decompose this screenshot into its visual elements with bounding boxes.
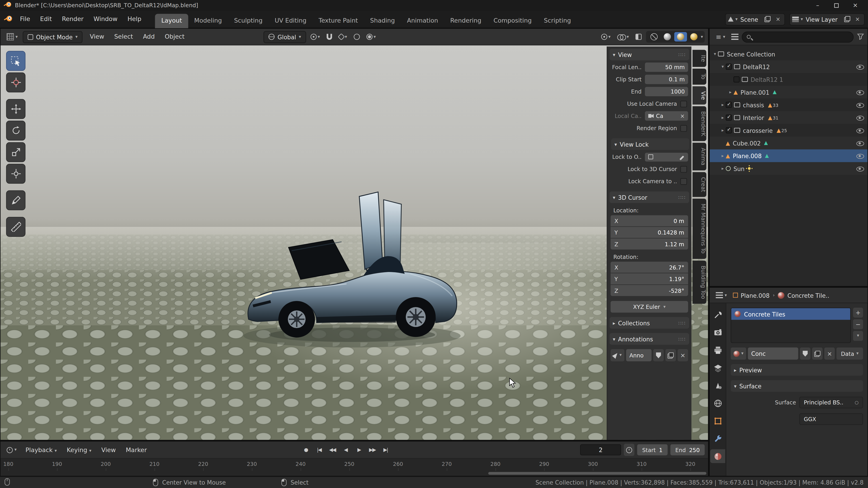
auto-keying-button[interactable] [624, 444, 634, 456]
timeline-scrollbar[interactable] [488, 472, 706, 475]
next-keyframe-button[interactable]: ▶▶ [366, 445, 379, 455]
outliner-row-carosserie[interactable]: ▸carosserie▲25 [710, 124, 868, 137]
timeline-menu-view[interactable]: View [96, 444, 121, 455]
visibility-eye-icon[interactable] [857, 89, 864, 96]
workspace-tab-shading[interactable]: Shading [364, 13, 401, 28]
scale-tool[interactable] [6, 142, 26, 162]
collection-checkbox[interactable] [726, 127, 732, 133]
rotation-mode-dropdown[interactable]: XYZ Euler▾ [611, 301, 688, 313]
disclosure-icon[interactable]: ▸ [720, 115, 726, 120]
panel-header-3d-cursor[interactable]: ▾3D Cursor∷∷ [610, 191, 689, 203]
move-tool[interactable] [6, 99, 26, 119]
menu-help[interactable]: Help [123, 13, 146, 25]
collection-checkbox[interactable] [726, 115, 732, 121]
snap-settings-dropdown[interactable]: ▾ [337, 33, 349, 41]
menu-window[interactable]: Window [89, 13, 123, 25]
workspace-tab-layout[interactable]: Layout [155, 13, 188, 28]
viewport-menu-object[interactable]: Object [160, 31, 190, 42]
scene-selector[interactable]: ▾ Scene × [725, 13, 785, 25]
visibility-eye-icon[interactable] [857, 127, 864, 134]
lock-3d-cursor-checkbox[interactable] [680, 166, 687, 172]
cursor-tool[interactable] [6, 72, 26, 92]
outliner-row-sun[interactable]: ▸Sun [710, 162, 868, 175]
drag-grip-icon[interactable]: ∷∷ [678, 52, 686, 57]
select-box-tool[interactable] [6, 51, 26, 71]
workspace-tab-uv-editing[interactable]: UV Editing [269, 13, 312, 28]
annotate-tool[interactable] [6, 190, 26, 210]
viewport-menu-add[interactable]: Add [138, 31, 160, 42]
visibility-eye-icon[interactable] [857, 165, 864, 172]
material-name-field[interactable]: Conc [748, 348, 798, 360]
rotate-tool[interactable] [6, 121, 26, 140]
xray-toggle[interactable] [633, 32, 644, 41]
panel-header-view[interactable]: ▾View∷∷ [610, 49, 689, 60]
disclosure-icon[interactable]: ▸ [720, 102, 726, 107]
panel-header-collections[interactable]: ▸Collections∷∷ [610, 317, 689, 328]
shading-rendered-button[interactable] [688, 32, 700, 41]
annotation-name-field[interactable]: Anno [626, 349, 652, 361]
clip-start-field[interactable]: 0.1 m [645, 75, 688, 84]
viewport-canvas[interactable]: ▾View∷∷ Focal Len..50 mmClip Start0.1 mE… [0, 45, 708, 440]
frame-start-field[interactable]: Start1 [637, 445, 668, 455]
object-properties-tab[interactable] [710, 414, 725, 428]
unlink-button[interactable]: × [825, 348, 835, 360]
panel-header-preview[interactable]: ▸Preview [731, 364, 863, 376]
modifiers-properties-tab[interactable] [710, 431, 725, 445]
slot-specials-menu[interactable]: ▾ [853, 331, 863, 341]
collection-checkbox[interactable] [726, 64, 732, 70]
menu-edit[interactable]: Edit [35, 13, 57, 25]
shading-wireframe-button[interactable] [648, 32, 660, 41]
cursor-location-x-field[interactable]: X0 m [611, 215, 688, 226]
collection-checkbox[interactable] [734, 76, 740, 83]
filter-icon[interactable] [857, 32, 864, 41]
snap-toggle[interactable] [324, 32, 334, 41]
close-button[interactable]: × [846, 0, 865, 11]
outliner-row-interior[interactable]: ▸Interior▲31 [710, 111, 868, 124]
sidebar-tab-anima[interactable]: Anima [692, 143, 706, 170]
render-region-checkbox[interactable] [680, 125, 687, 131]
collection-checkbox[interactable] [726, 102, 732, 108]
panel-header-surface[interactable]: ▾Surface [731, 380, 863, 392]
surface-shader-menu[interactable]: Principled BS..○ [799, 397, 863, 408]
eyedropper-icon[interactable] [679, 154, 685, 160]
outliner-row-deltar12-1[interactable]: DeltaR12 1 [710, 73, 868, 86]
new-view-layer-button[interactable] [842, 15, 851, 24]
menu-file[interactable]: File [15, 13, 35, 25]
viewport-menu-view[interactable]: View [85, 31, 109, 42]
pivot-selector[interactable]: ▾ [308, 32, 322, 41]
proportional-editing-toggle[interactable] [351, 32, 362, 41]
duplicate-button[interactable] [812, 348, 823, 360]
gizmo-toggle[interactable]: ▾ [599, 32, 613, 41]
drag-grip-icon[interactable]: ∷∷ [678, 195, 686, 200]
play-reverse-button[interactable]: ◀ [339, 445, 352, 455]
workspace-tab-sculpting[interactable]: Sculpting [228, 13, 269, 28]
sidebar-tab-mr-mannequins-to[interactable]: Mr Mannequins To [692, 199, 706, 259]
record-button[interactable]: ● [300, 445, 312, 455]
sidebar-tab-vie[interactable]: Vie [692, 86, 706, 105]
outliner-search[interactable] [742, 31, 854, 42]
material-slot-concrete-tiles[interactable]: Concrete Tiles [731, 308, 850, 320]
play-button[interactable]: ▶ [352, 445, 365, 455]
workspace-tab-compositing[interactable]: Compositing [487, 13, 538, 28]
sidebar-tab-ite[interactable]: Ite [692, 50, 706, 67]
sidebar-tab-blenderk[interactable]: BlenderK [692, 106, 706, 141]
use-local-camera-checkbox[interactable] [680, 100, 687, 107]
minimize-button[interactable]: – [808, 0, 827, 11]
workspace-tab-texture-paint[interactable]: Texture Paint [313, 13, 364, 28]
unlink-button[interactable]: × [678, 349, 688, 361]
transform-tool[interactable] [6, 164, 26, 184]
outliner-row-chassis[interactable]: ▸chassis▲33 [710, 98, 868, 111]
maximize-button[interactable] [827, 0, 846, 11]
annotation-layer-dropdown[interactable]: ▾ [611, 349, 624, 361]
visibility-eye-icon[interactable] [857, 139, 864, 147]
jump-to-end-button[interactable]: ▶| [379, 445, 392, 455]
disclosure-icon[interactable]: ▸ [727, 90, 734, 95]
cursor-location-z-field[interactable]: Z1.12 m [611, 238, 688, 250]
viewport-menu-select[interactable]: Select [109, 31, 138, 42]
cursor-location-y-field[interactable]: Y0.1428 m [611, 227, 688, 238]
unlink-scene-button[interactable]: × [774, 15, 782, 24]
fake-user-button[interactable] [800, 348, 811, 360]
drag-grip-icon[interactable]: ∷∷ [678, 336, 686, 341]
current-frame-field[interactable]: 2 [580, 445, 621, 455]
sidebar-tab-creat[interactable]: Creat [692, 172, 706, 197]
